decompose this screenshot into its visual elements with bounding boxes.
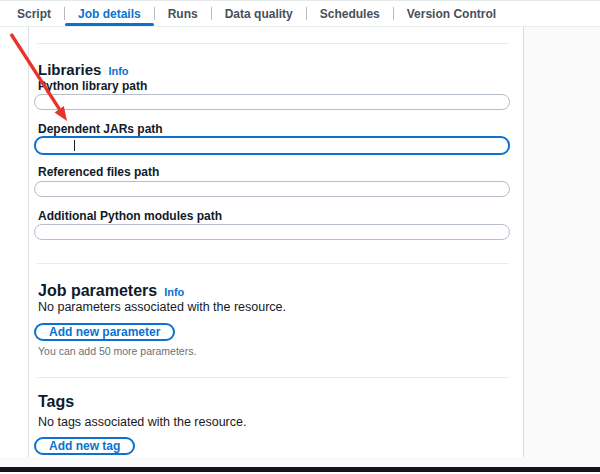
section-divider [37, 263, 509, 264]
section-divider [37, 43, 509, 44]
python-library-path-label: Python library path [38, 79, 147, 93]
additional-python-modules-path-input[interactable] [34, 224, 510, 240]
tags-empty-text: No tags associated with the resource. [38, 415, 246, 429]
add-new-tag-button[interactable]: Add new tag [34, 437, 135, 455]
job-details-screen: Script Job details Runs Data quality Sch… [0, 0, 600, 474]
job-parameters-heading-row: Job parameters Info [38, 282, 184, 300]
text-cursor [74, 140, 75, 151]
libraries-info-link[interactable]: Info [108, 65, 128, 77]
tags-heading-row: Tags [38, 393, 74, 411]
job-parameters-hint: You can add 50 more parameters. [38, 345, 196, 357]
window-bottom-bar [0, 467, 600, 472]
referenced-files-path-label: Referenced files path [38, 165, 159, 179]
section-divider [37, 377, 509, 378]
python-library-path-input[interactable] [34, 94, 510, 110]
referenced-files-path-input[interactable] [34, 181, 510, 197]
add-new-parameter-button[interactable]: Add new parameter [34, 323, 175, 341]
dependent-jars-path-label: Dependent JARs path [38, 122, 163, 136]
bottom-strip [0, 457, 600, 467]
tags-heading: Tags [38, 393, 74, 411]
panel-right-border [523, 27, 524, 457]
page-background-right [524, 27, 600, 457]
job-parameters-empty-text: No parameters associated with the resour… [38, 300, 286, 314]
additional-python-modules-path-label: Additional Python modules path [38, 209, 222, 223]
job-parameters-info-link[interactable]: Info [164, 286, 184, 298]
dependent-jars-path-input[interactable] [34, 136, 510, 155]
job-parameters-heading: Job parameters [38, 282, 157, 300]
libraries-heading: Libraries [38, 61, 101, 78]
job-details-content: Libraries Info Python library path Depen… [34, 0, 510, 457]
panel-left-border [28, 27, 29, 457]
libraries-heading-row: Libraries Info [38, 61, 129, 78]
